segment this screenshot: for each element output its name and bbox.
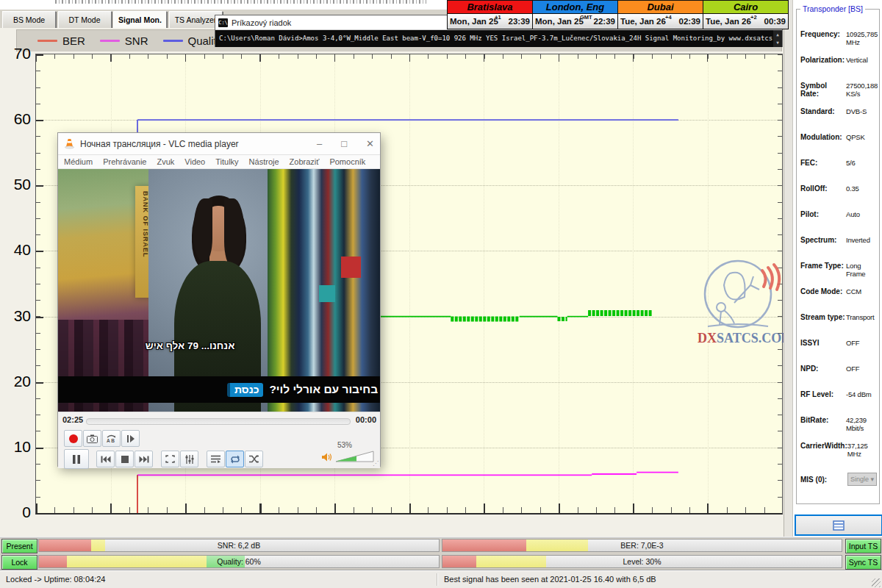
clock-date: Mon, Jan 25 — [450, 17, 498, 26]
tp-value: CCM — [846, 287, 861, 295]
volume-slider[interactable] — [336, 451, 374, 462]
pause-button[interactable] — [64, 449, 89, 469]
tp-value: Inverted — [846, 236, 870, 244]
y-axis-label: 0 — [1, 503, 31, 521]
tp-value: 42,239 Mbit/s — [846, 416, 877, 432]
legend-item-snr: SNR — [100, 35, 148, 47]
tp-row-npd-: NPD:OFF — [800, 365, 877, 373]
svg-text:A B: A B — [107, 438, 115, 443]
tp-value: 5/6 — [846, 159, 856, 167]
tp-row-standard-: Standard:DVB-S — [800, 107, 877, 115]
clipped-text — [55, 0, 426, 4]
legend-dash — [163, 40, 183, 42]
tp-label: FEC: — [800, 159, 846, 167]
playlist-button[interactable] — [207, 451, 225, 467]
vlc-controls: 02:25 00:00 A B — [58, 412, 380, 468]
resize-grip[interactable] — [872, 578, 881, 587]
clock-date: Tue, Jan 26 — [620, 17, 666, 26]
signal-monitor-app: BS ModeDT ModeSignal Mon.TS Analyzer (OK… — [0, 0, 882, 588]
transponder-title: Transponder [BS] — [800, 4, 865, 13]
tp-row-carrierwidth-: CarrierWidth:37,125 MHz — [800, 442, 877, 458]
maximize-icon[interactable]: □ — [341, 138, 347, 149]
mis-label: MIS (0): — [800, 476, 846, 484]
cmd-icon: C:\ — [218, 18, 228, 27]
legend-label: SNR — [125, 35, 148, 47]
tp-value: Transport — [846, 313, 875, 321]
lock-indicator[interactable]: Lock — [1, 555, 37, 570]
stop-button[interactable] — [115, 451, 134, 467]
terminal-scrollbar[interactable]: ▲▼ — [773, 30, 782, 47]
legend-item-quality: Quality — [163, 35, 223, 47]
menu-prehr-vanie[interactable]: Prehrávanie — [103, 157, 146, 166]
screen-block-teal — [319, 285, 335, 302]
tp-row-rolloff-: RollOff:0.35 — [800, 184, 877, 193]
menu-zobrazi-[interactable]: Zobraziť — [290, 157, 320, 166]
menu-m-dium[interactable]: Médium — [64, 157, 93, 166]
tp-value: 27500,188 KS/s — [846, 82, 878, 98]
lock-uptime-status: Locked -> Uptime: 08:04:24 — [6, 575, 105, 584]
tp-row-frequency-: Frequency:10925,785 MHz — [800, 30, 877, 46]
vlc-title: Ночная трансляция - VLC media player — [80, 139, 239, 149]
equalizer-button[interactable] — [180, 451, 198, 467]
fullscreen-button[interactable] — [161, 451, 179, 467]
previous-button[interactable] — [96, 451, 115, 467]
tp-value: QPSK — [846, 133, 865, 141]
speaker-icon[interactable] — [321, 452, 332, 462]
tp-value: 0.35 — [846, 184, 859, 193]
tab-signal-mon-[interactable]: Signal Mon. — [113, 11, 167, 29]
y-axis-label: 30 — [1, 307, 31, 325]
y-axis-label: 50 — [1, 176, 31, 193]
quality-meter: Quality: 60% — [38, 555, 440, 568]
knesset-logo: כנסת — [227, 383, 263, 397]
next-button[interactable] — [135, 451, 153, 467]
ticker-text: מה השתבש בחיבור עם אורלי לוי? — [269, 383, 380, 396]
menu-titulky[interactable]: Titulky — [215, 157, 238, 166]
minimize-icon[interactable]: – — [317, 138, 322, 149]
legend-item-ber: BER — [37, 35, 85, 47]
present-indicator[interactable]: Present — [1, 539, 37, 553]
presenter-hair-left — [193, 198, 212, 262]
record-button[interactable] — [64, 430, 82, 447]
terminal-title: Príkazový riadok — [232, 18, 291, 27]
subtitle-line: אנחנו... 79 אלף איש — [129, 340, 251, 351]
clock-time: 02:39 — [679, 17, 700, 26]
menu-video[interactable]: Video — [184, 157, 205, 166]
tp-value: -54 dBm — [846, 390, 872, 398]
vlc-titlebar[interactable]: Ночная трансляция - VLC media player – □… — [58, 133, 380, 155]
shuffle-button[interactable] — [245, 451, 263, 467]
input-ts-indicator[interactable]: Input TS — [845, 539, 881, 553]
loop-button[interactable] — [226, 451, 244, 467]
vlc-menubar: MédiumPrehrávanieZvukVideoTitulkyNástroj… — [58, 155, 380, 169]
sync-ts-indicator[interactable]: Sync TS — [845, 555, 881, 570]
world-clocks: BratislavaMon, Jan 25+123:39London, EngM… — [447, 0, 792, 29]
snapshot-button[interactable] — [83, 430, 101, 447]
tp-label: Spectrum: — [800, 236, 846, 244]
mis-dropdown[interactable]: Single▾ — [847, 473, 877, 486]
menu-zvuk[interactable]: Zvuk — [157, 157, 174, 166]
time-elapsed: 02:25 — [62, 415, 83, 424]
tab-dt-mode[interactable]: DT Mode — [58, 11, 112, 29]
transponder-panel: Transponder [BS] Frequency:10925,785 MHz… — [784, 0, 882, 537]
clock-london-eng: London, EngMon, Jan 25GMT22:39 — [532, 0, 618, 29]
clock-timezone: +2 — [750, 14, 757, 21]
tp-row-issyi: ISSYIOFF — [800, 339, 877, 347]
clock-timezone: +4 — [665, 14, 672, 21]
tab-bs-mode[interactable]: BS Mode — [2, 11, 56, 29]
tp-label: RollOff: — [800, 184, 846, 193]
menu-pomocn-k[interactable]: Pomocník — [329, 157, 365, 166]
snr-meter: SNR: 6,2 dB — [38, 539, 440, 552]
vlc-window[interactable]: Ночная трансляция - VLC media player – □… — [57, 132, 381, 467]
tp-row-stream-type-: Stream type:Transport — [800, 313, 877, 321]
seek-slider[interactable] — [86, 418, 351, 425]
clock-bratislava: BratislavaMon, Jan 25+123:39 — [447, 0, 533, 29]
menu-n-stroje[interactable]: Nástroje — [249, 157, 279, 166]
tp-value: Auto — [846, 210, 860, 218]
terminal-console: C:\Users\Roman Dávid>Amos 3-4,0°W_Middle… — [215, 30, 782, 47]
tp-label: CarrierWidth: — [800, 442, 847, 450]
tp-value: OFF — [846, 365, 859, 373]
panel-action-button[interactable] — [795, 514, 882, 536]
ab-loop-button[interactable]: A B — [102, 430, 121, 447]
close-icon[interactable]: ✕ — [366, 138, 374, 149]
vlc-resize-grip[interactable]: ⋰ — [373, 460, 379, 467]
frame-step-button[interactable] — [121, 430, 140, 447]
